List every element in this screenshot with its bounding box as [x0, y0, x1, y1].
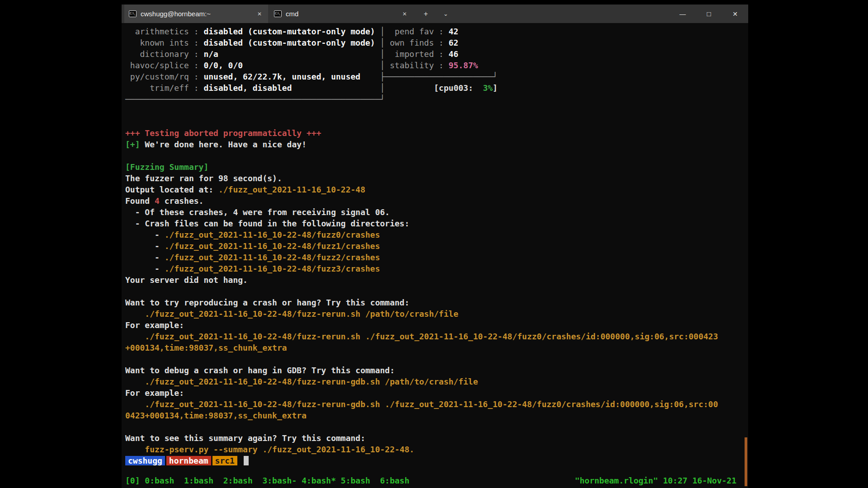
terminal-text: │	[380, 83, 385, 93]
terminal-text: We're done here. Have a nice day!	[140, 140, 307, 149]
terminal[interactable]: arithmetics : disabled (custom-mutator-o…	[122, 23, 748, 488]
terminal-text: py/custom/rq	[125, 72, 189, 81]
terminal-line: ────────────────────────────────────────…	[125, 94, 745, 105]
terminal-text: crashes.	[160, 196, 204, 206]
close-button[interactable]: ✕	[722, 5, 748, 23]
terminal-text: own finds	[385, 38, 434, 47]
terminal-text: ./fuzz_out_2021-11-16_10-22-48/fuzz3/cra…	[165, 264, 380, 273]
terminal-line: havoc/splice : 0/0, 0/0 │ stability : 95…	[125, 60, 745, 71]
terminal-line: Output located at: ./fuzz_out_2021-11-16…	[125, 184, 745, 195]
terminal-text: known ints	[125, 38, 189, 47]
cmd-icon: C:\_	[274, 10, 282, 17]
terminal-text: imported	[385, 49, 434, 59]
terminal-text: stability	[385, 61, 434, 70]
terminal-text	[243, 61, 380, 70]
tmux-window-list: [0] 0:bash 1:bash 2:bash 3:bash- 4:bash*…	[125, 475, 410, 486]
terminal-text: :	[189, 38, 204, 47]
terminal-text: hornbeam	[166, 456, 211, 465]
terminal-text	[239, 456, 244, 465]
tmux-status-bar: [0] 0:bash 1:bash 2:bash 3:bash- 4:bash*…	[125, 475, 736, 486]
tmux-session-info: "hornbeam.rlogin" 10:27 16-Nov-21	[575, 475, 736, 486]
terminal-text: │	[380, 38, 385, 47]
terminal-text: [cpu003:	[434, 83, 473, 93]
terminal-line: Want to see this summary again? Try this…	[125, 432, 745, 444]
maximize-button[interactable]: □	[696, 5, 722, 23]
terminal-lines: arithmetics : disabled (custom-mutator-o…	[125, 26, 745, 466]
terminal-text: 62	[448, 38, 458, 47]
terminal-line: ./fuzz_out_2021-11-16_10-22-48/fuzz-reru…	[125, 376, 745, 387]
terminal-line	[125, 421, 745, 432]
scrollbar-thumb[interactable]	[745, 437, 747, 486]
terminal-text: - Crash files can be found in the follow…	[125, 219, 410, 228]
minimize-button[interactable]: —	[670, 5, 696, 23]
terminal-line: Your server did not hang.	[125, 274, 745, 286]
terminal-line: Want to debug a crash or hang in GDB? Tr…	[125, 365, 745, 376]
terminal-text: Found	[125, 196, 155, 206]
titlebar: C:\_ cwshugg@hornbeam:~ ✕ C:\_ cmd ✕ + ⌄…	[122, 5, 748, 23]
tab-close-icon[interactable]: ✕	[255, 10, 264, 18]
terminal-line: - ./fuzz_out_2021-11-16_10-22-48/fuzz0/c…	[125, 229, 745, 240]
terminal-line: dictionary : n/a │ imported : 46	[125, 48, 745, 60]
terminal-text: trim/eff	[125, 83, 189, 93]
terminal-line: +000134,time:98037,ss_chunk_extra	[125, 342, 745, 353]
terminal-text: -	[125, 230, 165, 239]
terminal-text: havoc/splice	[125, 61, 189, 70]
terminal-text: :	[189, 27, 204, 36]
terminal-text: ]	[493, 83, 498, 93]
terminal-line: cwshugghornbeamsrc1	[125, 455, 745, 466]
titlebar-drag-area[interactable]	[454, 5, 670, 23]
tab-cmd[interactable]: C:\_ cmd ✕	[269, 5, 413, 23]
terminal-text: ./fuzz_out_2021-11-16_10-22-48/fuzz1/cra…	[165, 241, 380, 251]
terminal-line: ./fuzz_out_2021-11-16_10-22-48/fuzz-reru…	[125, 331, 745, 342]
terminal-text: Output located at:	[125, 185, 218, 194]
terminal-line: fuzz-pserv.py --summary ./fuzz_out_2021-…	[125, 444, 745, 455]
tab-close-icon[interactable]: ✕	[401, 10, 409, 18]
terminal-text: ./fuzz_out_2021-11-16_10-22-48/fuzz0/cra…	[165, 230, 380, 239]
terminal-text: │	[380, 49, 385, 59]
terminal-text	[125, 445, 145, 454]
terminal-line: ./fuzz_out_2021-11-16_10-22-48/fuzz-reru…	[125, 308, 745, 319]
terminal-line: py/custom/rq : unused, 62/22.7k, unused,…	[125, 71, 745, 82]
terminal-text: │	[380, 27, 385, 36]
terminal-line: The fuzzer ran for 98 second(s).	[125, 173, 745, 184]
terminal-text: unused, 62/22.7k, unused, unused	[203, 72, 360, 81]
window-controls: — □ ✕	[670, 5, 748, 23]
terminal-line: [Fuzzing Summary]	[125, 161, 745, 173]
tab-cwshugg-hornbeam[interactable]: C:\_ cwshugg@hornbeam:~ ✕	[124, 5, 268, 23]
tab-label: cmd	[286, 10, 396, 18]
terminal-text	[375, 38, 380, 47]
terminal-text: -	[125, 253, 165, 262]
terminal-line: - Of these crashes, 4 were from receivin…	[125, 206, 745, 218]
tab-label: cwshugg@hornbeam:~	[141, 10, 251, 18]
tab-strip: C:\_ cwshugg@hornbeam:~ ✕ C:\_ cmd ✕ + ⌄	[122, 5, 454, 23]
terminal-text: Your server did not hang.	[125, 275, 248, 285]
terminal-text: disabled, disabled	[203, 83, 292, 93]
terminal-line: arithmetics : disabled (custom-mutator-o…	[125, 26, 745, 37]
terminal-line: - ./fuzz_out_2021-11-16_10-22-48/fuzz2/c…	[125, 252, 745, 263]
terminal-line	[125, 353, 745, 365]
terminal-text: :	[189, 72, 204, 81]
new-tab-button[interactable]: +	[417, 5, 434, 23]
terminal-line	[125, 150, 745, 161]
terminal-line: ./fuzz_out_2021-11-16_10-22-48/fuzz-reru…	[125, 399, 745, 410]
terminal-line	[125, 286, 745, 297]
tab-dropdown-button[interactable]: ⌄	[437, 5, 454, 23]
terminal-line: - Crash files can be found in the follow…	[125, 218, 745, 229]
terminal-text	[360, 72, 380, 81]
terminal-line: known ints : disabled (custom-mutator-on…	[125, 37, 745, 48]
terminal-text: pend fav	[385, 27, 434, 36]
terminal-text: ./fuzz_out_2021-11-16_10-22-48	[218, 185, 365, 194]
terminal-text: :	[434, 49, 449, 59]
terminal-text: 0423+000134,time:98037,ss_chunk_extra	[125, 411, 307, 420]
terminal-text: ./fuzz_out_2021-11-16_10-22-48/fuzz-reru…	[145, 399, 718, 409]
terminal-text: :	[189, 61, 204, 70]
terminal-text: dictionary	[125, 49, 189, 59]
terminal-text: ./fuzz_out_2021-11-16_10-22-48/fuzz-reru…	[145, 377, 478, 386]
terminal-text	[292, 83, 380, 93]
terminal-text: disabled (custom-mutator-only mode)	[203, 38, 375, 47]
terminal-text: The fuzzer ran for 98 second(s).	[125, 174, 282, 183]
terminal-text: -	[125, 241, 165, 251]
terminal-text: [+]	[125, 140, 140, 149]
terminal-text: ├──────────────────────┘	[380, 72, 498, 81]
terminal-line: 0423+000134,time:98037,ss_chunk_extra	[125, 410, 745, 421]
